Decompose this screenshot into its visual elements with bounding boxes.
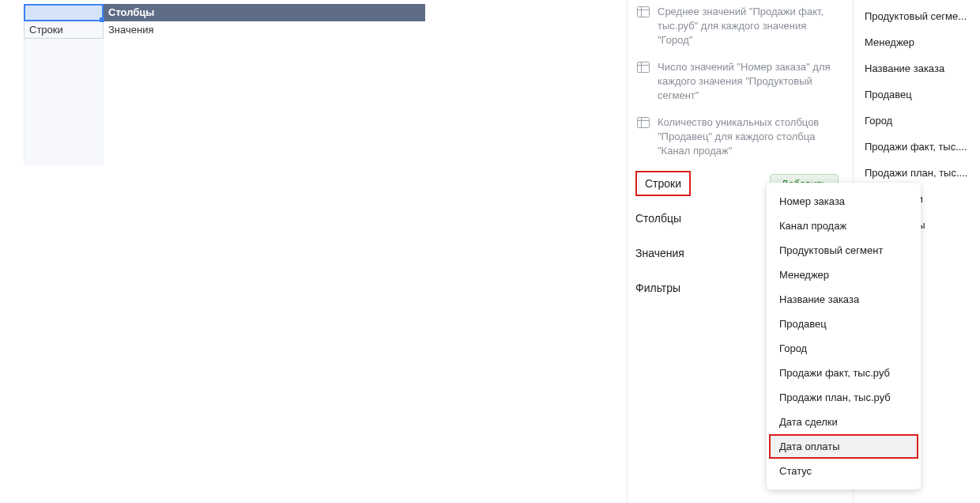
dropdown-item-product-segment[interactable]: Продуктовый сегмент [767,238,921,263]
suggestion-text: Число значений "Номер заказа" для каждог… [658,60,839,103]
section-filters-label: Фильтры [635,282,680,294]
suggestion-text: Количество уникальных столбцов "Продавец… [658,115,839,158]
pivot-preview: Столбцы Строки Значения [24,4,425,165]
pivot-columns-header: Столбцы [104,4,425,21]
field-item[interactable]: Продуктовый сегме... [854,3,980,29]
suggestion-item[interactable]: Количество уникальных столбцов "Продавец… [628,111,848,166]
pivot-values-label: Значения [104,21,425,39]
dropdown-item-order-number[interactable]: Номер заказа [767,189,921,214]
dropdown-item-sales-plan[interactable]: Продажи план, тыс.руб [767,385,921,410]
pivot-suggestion-icon [637,117,650,128]
section-columns-label: Столбцы [635,212,681,225]
field-item[interactable]: Менеджер [854,29,980,55]
svg-rect-6 [638,118,650,128]
section-values-label: Значения [635,247,684,259]
dropdown-item-sales-channel[interactable]: Канал продаж [767,214,921,238]
pivot-suggestion-icon [637,62,650,73]
field-item[interactable]: Название заказа [854,55,980,81]
add-rows-dropdown: Номер заказа Канал продаж Продуктовый се… [767,183,921,490]
dropdown-item-deal-date[interactable]: Дата сделки [767,410,921,434]
dropdown-item-payment-date[interactable]: Дата оплаты [769,434,918,459]
field-item[interactable]: Продавец [854,81,980,108]
dropdown-item-status[interactable]: Статус [767,459,921,483]
suggestion-item[interactable]: Среднее значений "Продажи факт, тыс.руб"… [628,0,848,55]
section-rows-label: Строки [635,171,691,196]
field-item[interactable]: Город [854,108,980,134]
dropdown-item-sales-fact[interactable]: Продажи факт, тыс.руб [767,361,921,385]
svg-rect-3 [638,62,650,73]
pivot-cell-selected[interactable] [24,4,104,21]
field-item[interactable]: Продажи факт, тыс.... [854,134,980,160]
dropdown-item-order-name[interactable]: Название заказа [767,287,921,312]
dropdown-item-city[interactable]: Город [767,336,921,361]
svg-rect-0 [638,7,650,17]
pivot-suggestion-icon [637,6,650,17]
suggestion-text: Среднее значений "Продажи факт, тыс.руб"… [658,5,839,47]
pivot-rows-label: Строки [24,21,104,39]
dropdown-item-seller[interactable]: Продавец [767,312,921,336]
dropdown-item-manager[interactable]: Менеджер [767,263,921,287]
suggestion-item[interactable]: Число значений "Номер заказа" для каждог… [628,55,848,111]
pivot-row-area [24,39,104,165]
